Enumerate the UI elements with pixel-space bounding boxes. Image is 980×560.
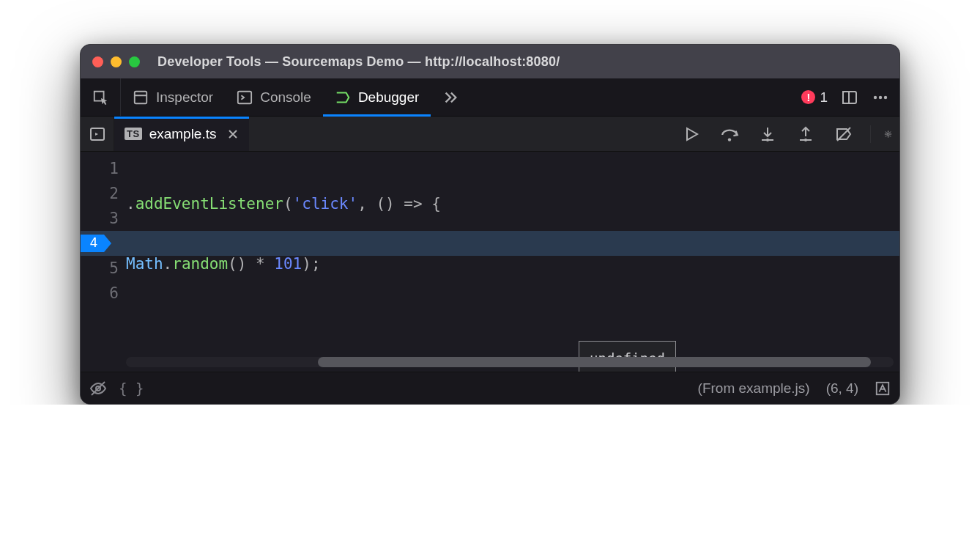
minimize-window-button[interactable] bbox=[111, 56, 122, 67]
code-line: .addEventListener('click', () => { bbox=[126, 191, 899, 216]
typescript-badge-icon: TS bbox=[125, 128, 142, 140]
devtools-toolbar: Inspector Console Debugger bbox=[81, 78, 899, 117]
chevrons-right-icon bbox=[442, 89, 459, 106]
line-number[interactable]: 6 bbox=[81, 281, 119, 306]
error-count-badge[interactable]: 1 bbox=[801, 89, 828, 106]
cursor-position: (6, 4) bbox=[826, 380, 858, 397]
line-number[interactable]: 2 bbox=[81, 181, 119, 206]
scrollbar-thumb[interactable] bbox=[318, 357, 871, 367]
debugger-icon bbox=[335, 89, 351, 106]
line-gutter: 1 2 3 4 5 6 bbox=[81, 152, 126, 372]
tab-debugger[interactable]: Debugger bbox=[323, 78, 431, 116]
code-line bbox=[126, 312, 899, 336]
line-number[interactable]: 5 bbox=[81, 256, 119, 281]
tab-console[interactable]: Console bbox=[225, 78, 323, 116]
deactivate-breakpoints-button[interactable] bbox=[832, 125, 854, 143]
tab-inspector-label: Inspector bbox=[156, 89, 213, 106]
more-menu-button[interactable] bbox=[872, 89, 889, 106]
source-map-toggle[interactable] bbox=[875, 380, 891, 397]
tab-inspector[interactable]: Inspector bbox=[121, 78, 225, 116]
svg-point-7 bbox=[879, 95, 882, 98]
debugger-controls bbox=[680, 125, 899, 144]
dock-side-button[interactable] bbox=[841, 89, 858, 106]
status-bar: { } (From example.js) (6, 4) bbox=[81, 372, 899, 404]
close-window-button[interactable] bbox=[92, 56, 103, 67]
svg-point-6 bbox=[874, 95, 877, 98]
source-map-origin: (From example.js) bbox=[698, 380, 810, 397]
error-count: 1 bbox=[820, 89, 828, 106]
titlebar: Developer Tools — Sourcemaps Demo — http… bbox=[81, 45, 899, 78]
step-out-button[interactable] bbox=[794, 125, 816, 143]
svg-point-8 bbox=[884, 95, 887, 98]
tabs-overflow-button[interactable] bbox=[431, 78, 470, 116]
step-over-button[interactable] bbox=[718, 125, 740, 144]
file-tab-example-ts[interactable]: TS example.ts bbox=[114, 117, 249, 151]
pretty-print-button[interactable]: { } bbox=[119, 380, 144, 397]
code-line: Math.random() * 101); bbox=[126, 251, 899, 276]
inspector-icon bbox=[133, 89, 149, 106]
tab-console-label: Console bbox=[260, 89, 311, 106]
debugger-settings-button[interactable] bbox=[870, 125, 892, 143]
svg-line-22 bbox=[890, 136, 891, 136]
console-icon bbox=[237, 89, 253, 106]
sources-pane-toggle[interactable] bbox=[81, 117, 114, 151]
horizontal-scrollbar[interactable] bbox=[126, 357, 894, 367]
window-controls bbox=[92, 56, 140, 67]
devtools-window: Developer Tools — Sourcemaps Demo — http… bbox=[80, 44, 900, 405]
source-editor[interactable]: 4 1 2 3 4 5 6 .addEventListener('click',… bbox=[81, 152, 899, 372]
zoom-window-button[interactable] bbox=[129, 56, 140, 67]
file-tab-name: example.ts bbox=[149, 126, 217, 142]
close-tab-button[interactable] bbox=[227, 128, 239, 140]
blackbox-toggle[interactable] bbox=[89, 380, 107, 397]
pick-element-icon bbox=[92, 89, 108, 106]
step-in-button[interactable] bbox=[756, 125, 778, 143]
resume-button[interactable] bbox=[680, 125, 702, 143]
svg-point-16 bbox=[887, 133, 889, 135]
error-icon bbox=[801, 90, 815, 104]
line-number[interactable]: 3 bbox=[81, 206, 119, 231]
svg-line-24 bbox=[890, 131, 891, 132]
line-number[interactable]: 1 bbox=[81, 156, 119, 181]
debugger-subbar: TS example.ts bbox=[81, 117, 899, 152]
pick-element-button[interactable] bbox=[81, 78, 121, 116]
svg-point-10 bbox=[727, 138, 730, 141]
svg-line-23 bbox=[886, 136, 886, 136]
svg-line-21 bbox=[886, 131, 886, 132]
tab-debugger-label: Debugger bbox=[358, 89, 419, 106]
code-area[interactable]: .addEventListener('click', () => { Math.… bbox=[126, 152, 899, 372]
window-title: Developer Tools — Sourcemaps Demo — http… bbox=[157, 54, 560, 70]
svg-rect-5 bbox=[843, 92, 849, 103]
